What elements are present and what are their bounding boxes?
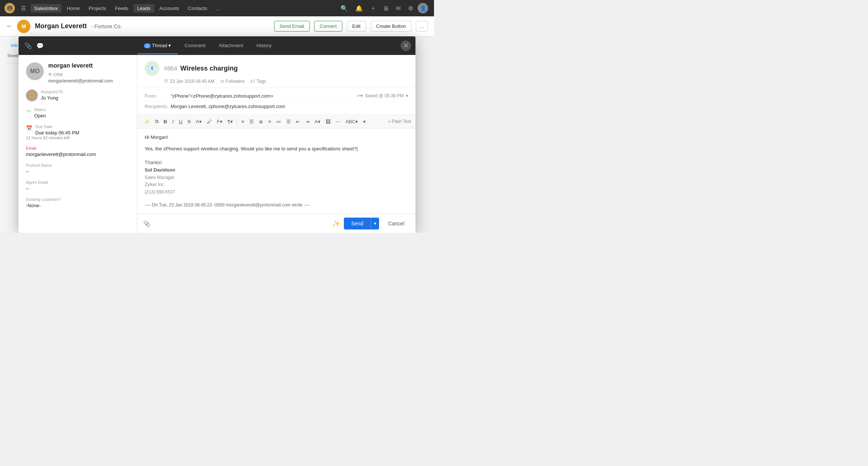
chat-tab-icon[interactable]: 💬 bbox=[36, 42, 44, 49]
nav-item-salesinbox[interactable]: SalesInbox bbox=[30, 4, 62, 13]
recipients-value: Morgan Leverett, zphone@zylcares.zohosup… bbox=[171, 104, 408, 109]
notifications-icon[interactable]: 🔔 bbox=[352, 5, 366, 12]
send-button[interactable]: Send bbox=[344, 218, 371, 229]
nav-item-home[interactable]: Home bbox=[63, 4, 83, 13]
grid-icon[interactable]: ⊞ bbox=[381, 5, 391, 12]
toolbar-list-unordered[interactable]: ≔ bbox=[274, 117, 283, 126]
app-logo[interactable]: 🐻 bbox=[4, 3, 15, 13]
contact-avatar: MO bbox=[26, 62, 44, 80]
email-compose-area: From "zPhone"<zPhone@zylcares.zohosuppor… bbox=[137, 88, 415, 233]
tab-thread[interactable]: 1Thread ▾ bbox=[137, 38, 178, 54]
reply-icon[interactable]: ↩▾ bbox=[357, 93, 363, 98]
status-value: Open bbox=[26, 113, 129, 118]
agent-avatar bbox=[26, 89, 38, 101]
email-signature: Thanks! Sol Davidson Sales Manager Zylke… bbox=[145, 159, 408, 196]
email-modal: 📎 💬 1Thread ▾ Comment Attachment History… bbox=[19, 36, 415, 233]
email-body[interactable]: Hi Morgan! Yes, the zPhones support wire… bbox=[137, 128, 415, 214]
followers-meta[interactable]: ⊙ Followers bbox=[220, 79, 244, 84]
existing-customer-field: Existing customer? -None- bbox=[26, 197, 129, 208]
toolbar-spell[interactable]: ABC▾ bbox=[343, 117, 361, 126]
contact-name: morgan leverett bbox=[48, 62, 129, 69]
toolbar-align-center[interactable]: ☰ bbox=[247, 117, 256, 126]
toolbar-indent-in[interactable]: ⇥ bbox=[303, 117, 312, 126]
email-date: 23 Jan 2018 06:45 AM bbox=[170, 79, 214, 84]
signature-phone: (213) 699-5537 bbox=[145, 189, 408, 196]
send-dropdown-button[interactable]: ▾ bbox=[371, 218, 379, 229]
send-email-button[interactable]: Send Email bbox=[274, 21, 310, 32]
nav-item-contacts[interactable]: Contacts bbox=[184, 4, 211, 13]
toolbar-magic[interactable]: ✨ bbox=[142, 117, 152, 126]
clock-icon: ⏱ bbox=[164, 79, 168, 84]
modal-close-button[interactable]: ✕ bbox=[401, 40, 411, 51]
email-header: 📧 #864 Wireless charging ⏱ 23 Jan 2018 0… bbox=[137, 55, 415, 88]
toolbar-copy[interactable]: ⧉ bbox=[153, 117, 161, 126]
due-date-sub: 11 hours 42 minutes left bbox=[26, 136, 129, 140]
toolbar-font[interactable]: F▾ bbox=[215, 117, 225, 126]
email-field-value: morganleverett@protonmail.com bbox=[26, 151, 129, 157]
toolbar-justify[interactable]: ≡ bbox=[266, 117, 273, 126]
back-button[interactable]: ← bbox=[6, 22, 13, 30]
nav-item-leads[interactable]: Leads bbox=[134, 4, 154, 13]
tab-comment[interactable]: Comment bbox=[178, 38, 212, 54]
signature-thanks: Thanks! bbox=[145, 159, 408, 167]
calendar-icon: 📅 bbox=[26, 125, 32, 131]
toolbar-align-left[interactable]: ≡ bbox=[239, 117, 247, 126]
hamburger-menu[interactable]: ☰ bbox=[18, 5, 29, 12]
expand-icon[interactable]: ▾ bbox=[406, 93, 408, 98]
create-button-button[interactable]: Create Button bbox=[371, 21, 411, 32]
toolbar-underline[interactable]: U bbox=[177, 117, 184, 126]
followers-icon: ⊙ bbox=[220, 79, 224, 84]
recipients-row: Recipients Morgan Leverett, zphone@zylca… bbox=[145, 101, 408, 111]
toolbar-list-ordered[interactable]: ☰ bbox=[284, 117, 293, 126]
toolbar-indent-out[interactable]: ⇤ bbox=[294, 117, 302, 126]
nav-item-projects[interactable]: Projects bbox=[85, 4, 110, 13]
toolbar-size[interactable]: ¶▾ bbox=[226, 117, 235, 126]
email-field: Email morganleverett@protonmail.com bbox=[26, 146, 129, 157]
ai-button[interactable]: ✨ bbox=[332, 219, 340, 228]
attach-tab-icon[interactable]: 📎 bbox=[24, 42, 32, 49]
toolbar-image[interactable]: 🖼 bbox=[323, 117, 333, 126]
toolbar-color[interactable]: 🖊 bbox=[205, 117, 214, 126]
attach-icon[interactable]: 📎 bbox=[143, 220, 151, 227]
user-avatar[interactable]: 👤 bbox=[418, 3, 428, 13]
toolbar-more2[interactable]: ▾ bbox=[361, 117, 368, 126]
tag-icon: 🏷 bbox=[250, 79, 255, 84]
more-options-button[interactable]: ... bbox=[416, 21, 428, 32]
email-toolbar: ✨ ⧉ B I U S A▾ 🖊 F▾ ¶▾ ≡ ☰ ≣ ≡ ≔ ☰ bbox=[137, 115, 415, 128]
existing-customer-label: Existing customer? bbox=[26, 197, 129, 202]
assigned-to-field: Assigned To Jo Yung bbox=[26, 89, 129, 101]
status-label: Status bbox=[26, 107, 129, 112]
send-button-group: Send ▾ bbox=[344, 218, 379, 229]
convert-button[interactable]: Convert bbox=[314, 21, 342, 32]
cancel-button[interactable]: Cancel bbox=[383, 218, 410, 229]
email-subject: Wireless charging bbox=[180, 65, 238, 72]
toolbar-align-right[interactable]: ≣ bbox=[257, 117, 265, 126]
nav-item-feeds[interactable]: Feeds bbox=[111, 4, 132, 13]
tab-attachment[interactable]: Attachment bbox=[212, 38, 250, 54]
toolbar-italic[interactable]: I bbox=[170, 117, 176, 126]
email-thread-avatar: 📧 bbox=[145, 61, 160, 76]
modal-tabs-left: 📎 💬 bbox=[19, 42, 137, 49]
contact-avatar-header: M bbox=[17, 20, 30, 33]
settings-icon[interactable]: ⚙ bbox=[405, 5, 416, 12]
edit-button[interactable]: Edit bbox=[347, 21, 366, 32]
tags-meta[interactable]: 🏷 Tags bbox=[250, 79, 266, 84]
signature-name: Sol Davidson bbox=[145, 166, 408, 174]
nav-item-more[interactable]: ... bbox=[212, 4, 224, 13]
saved-status: Saved @ 05:38 PM bbox=[365, 93, 404, 98]
tab-history[interactable]: History bbox=[250, 38, 278, 54]
toolbar-more[interactable]: ⋯ bbox=[333, 117, 343, 126]
nav-item-accounts[interactable]: Accounts bbox=[156, 4, 183, 13]
toolbar-bold[interactable]: B bbox=[161, 117, 169, 126]
page-subtitle: - Fortune Co. bbox=[91, 23, 122, 29]
toolbar-strikethrough[interactable]: S bbox=[185, 117, 193, 126]
toolbar-text-color[interactable]: A▾ bbox=[312, 117, 323, 126]
search-icon[interactable]: 🔍 bbox=[338, 5, 351, 12]
toolbar-highlight[interactable]: A▾ bbox=[194, 117, 204, 126]
add-icon[interactable]: ＋ bbox=[367, 4, 379, 12]
email-icon[interactable]: ✉ bbox=[393, 5, 404, 12]
plain-text-toggle[interactable]: « Plain Text bbox=[388, 119, 411, 124]
thread-badge: 1 bbox=[144, 43, 151, 48]
contact-email-display: morganleverett@protonmail.com bbox=[48, 78, 129, 84]
email-main-text: Yes, the zPhones support wireless chargi… bbox=[145, 145, 408, 153]
